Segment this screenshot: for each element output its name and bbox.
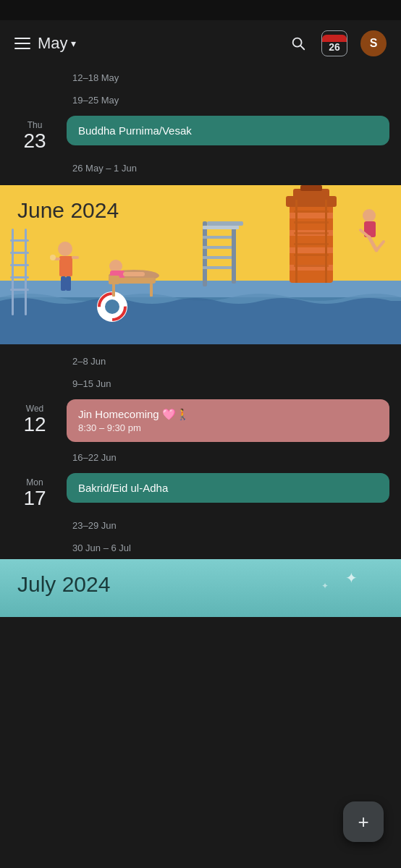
svg-rect-51 xyxy=(294,243,329,245)
svg-rect-20 xyxy=(61,276,66,291)
svg-rect-30 xyxy=(203,221,207,286)
svg-rect-18 xyxy=(72,256,79,259)
week-range-jun-2-8: 2–8 Jun xyxy=(0,350,401,373)
svg-point-15 xyxy=(58,242,72,256)
svg-rect-31 xyxy=(207,221,243,226)
event-title-jin: Jin Homecoming 🩷🚶 xyxy=(78,408,378,421)
svg-line-56 xyxy=(369,237,376,250)
svg-rect-49 xyxy=(294,221,329,224)
svg-rect-33 xyxy=(203,226,239,229)
day-name-mon: Mon xyxy=(26,477,43,488)
svg-rect-45 xyxy=(300,185,322,191)
current-month-label: May xyxy=(38,34,68,53)
event-title-buddha: Buddha Purnima/Vesak xyxy=(78,124,378,137)
week-range-jun-30-jul-6: 30 Jun – 6 Jul xyxy=(0,537,401,559)
day-name-thu: Thu xyxy=(28,120,43,130)
july-2024-banner: July 2024 ✦ ✦ xyxy=(0,559,401,617)
svg-point-14 xyxy=(105,299,119,314)
svg-rect-37 xyxy=(203,266,232,269)
svg-rect-52 xyxy=(294,254,329,256)
menu-button[interactable] xyxy=(14,38,30,49)
search-icon xyxy=(290,35,306,51)
today-date-badge: 26 xyxy=(329,42,340,52)
june-2024-banner: June 2024 xyxy=(0,185,401,344)
day-num-12: 12 xyxy=(23,414,46,436)
svg-rect-53 xyxy=(294,265,329,267)
app-header: May ▾ 26 S xyxy=(0,20,401,67)
sparkle-1: ✦ xyxy=(345,569,358,587)
svg-line-1 xyxy=(300,46,304,49)
status-bar xyxy=(0,0,401,20)
fab-plus-icon: + xyxy=(358,812,368,831)
add-event-fab[interactable]: + xyxy=(343,801,384,842)
svg-rect-10 xyxy=(10,289,29,291)
calendar-content: 12–18 May 19–25 May Thu 23 Buddha Purnim… xyxy=(0,67,401,617)
week-range-jun-23-29: 23–29 Jun xyxy=(0,514,401,537)
svg-rect-9 xyxy=(10,276,29,278)
week-range-may-26-jun-1: 26 May – 1 Jun xyxy=(0,157,401,179)
week-range-may-12-18: 12–18 May xyxy=(0,67,401,89)
day-num-17: 17 xyxy=(23,488,46,510)
event-buddha-purnima[interactable]: Buddha Purnima/Vesak xyxy=(67,116,389,145)
week-range-jun-9-15: 9–15 Jun xyxy=(0,373,401,395)
day-row-mon-17: Mon 17 Bakrid/Eid ul-Adha xyxy=(0,469,401,514)
svg-point-19 xyxy=(50,255,56,260)
svg-point-54 xyxy=(363,209,376,222)
svg-rect-29 xyxy=(150,284,153,297)
event-bakrid[interactable]: Bakrid/Eid ul-Adha xyxy=(67,473,389,503)
june-banner-bg: June 2024 xyxy=(0,185,401,344)
svg-rect-48 xyxy=(294,210,329,213)
svg-rect-27 xyxy=(109,276,119,284)
svg-rect-6 xyxy=(10,239,29,242)
today-button[interactable]: 26 xyxy=(321,30,347,56)
svg-rect-34 xyxy=(203,236,232,239)
user-avatar[interactable]: S xyxy=(360,30,387,56)
header-left: May ▾ xyxy=(14,34,277,53)
day-label-wed-12: Wed 12 xyxy=(12,399,58,436)
svg-rect-16 xyxy=(59,256,72,276)
day-num-23: 23 xyxy=(23,130,46,153)
july-month-title: July 2024 xyxy=(17,572,110,597)
day-label-mon-17: Mon 17 xyxy=(12,473,58,510)
svg-rect-50 xyxy=(294,232,329,234)
svg-rect-32 xyxy=(232,226,236,284)
svg-line-58 xyxy=(376,242,384,250)
month-selector[interactable]: May ▾ xyxy=(38,34,76,53)
svg-rect-35 xyxy=(203,246,232,249)
svg-rect-7 xyxy=(10,252,29,254)
header-right: 26 S xyxy=(288,30,387,56)
june-scene-illustration xyxy=(0,185,401,344)
week-range-jun-16-22: 16–22 Jun xyxy=(0,446,401,469)
week-range-may-19-25: 19–25 May xyxy=(0,89,401,111)
day-label-thu-23: Thu 23 xyxy=(12,116,58,153)
svg-rect-21 xyxy=(66,276,71,291)
month-dropdown-arrow: ▾ xyxy=(71,38,76,49)
event-time-jin: 8:30 – 9:30 pm xyxy=(78,422,378,433)
svg-rect-25 xyxy=(123,272,145,276)
event-title-bakrid: Bakrid/Eid ul-Adha xyxy=(78,482,378,494)
day-row-wed-12: Wed 12 Jin Homecoming 🩷🚶 8:30 – 9:30 pm xyxy=(0,395,401,446)
day-name-wed: Wed xyxy=(26,404,43,414)
svg-rect-36 xyxy=(203,256,232,259)
sparkle-2: ✦ xyxy=(321,581,329,591)
svg-rect-8 xyxy=(10,264,29,266)
event-jin-homecoming[interactable]: Jin Homecoming 🩷🚶 8:30 – 9:30 pm xyxy=(67,399,389,442)
search-button[interactable] xyxy=(288,33,308,54)
svg-rect-28 xyxy=(112,284,115,297)
day-row-thu-23: Thu 23 Buddha Purnima/Vesak xyxy=(0,111,401,157)
